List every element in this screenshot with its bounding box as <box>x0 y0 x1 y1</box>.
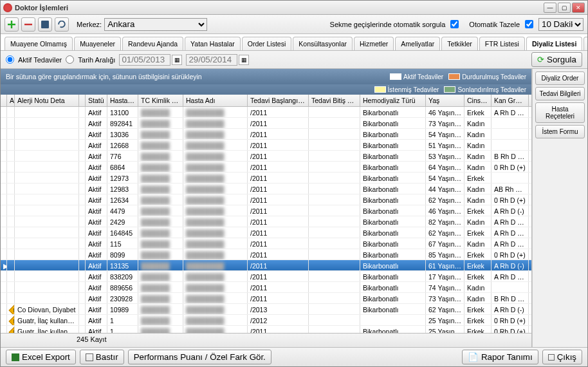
tab-yatan-hastalar[interactable]: Yatan Hastalar <box>185 37 241 50</box>
tedavi-bilgileri-button[interactable]: Tedavi Bilgileri <box>535 87 585 100</box>
tab-order-listesi[interactable]: Order Listesi <box>242 37 292 50</box>
cell: /2011 <box>248 162 309 172</box>
date-from-input[interactable] <box>119 54 170 66</box>
cell <box>7 216 15 227</box>
performans-button[interactable]: Performans Puanı / Özel Fark Gör. <box>128 350 271 364</box>
tab-diyaliz-listesi[interactable]: Diyaliz Listesi <box>526 37 582 51</box>
cell: ████████ <box>183 216 248 227</box>
table-row[interactable]: Aktif8099██████████████/2011Bikarbonatlı… <box>1 249 531 260</box>
col-header[interactable]: TC Kimlik No <box>138 95 183 106</box>
date-to-input[interactable] <box>186 54 237 66</box>
table-row[interactable]: Guatr, İlaç kullanımı,Aktif1████████████… <box>1 326 531 333</box>
cell: /2012 <box>248 315 309 325</box>
group-panel[interactable]: Bir sütuna göre gruplandırmak için, sütu… <box>1 69 531 84</box>
table-row[interactable]: Aktif889656██████████████/2011Bikarbonat… <box>1 282 531 293</box>
save-button[interactable] <box>38 17 52 32</box>
excel-export-button[interactable]: Excel Export <box>6 350 76 364</box>
minimize-button[interactable]: — <box>544 3 556 13</box>
refresh-interval-select[interactable]: 10 Dakika <box>538 18 583 31</box>
tab-ftr-listesi[interactable]: FTR Listesi <box>479 37 525 50</box>
table-row[interactable]: Aktif12983██████████████/2011Bikarbonatl… <box>1 184 531 194</box>
col-header[interactable]: Statü <box>86 95 107 106</box>
maximize-button[interactable]: ▢ <box>558 3 571 13</box>
col-header[interactable]: Alerji Notu Deta <box>15 95 79 106</box>
cell: 1 <box>107 315 138 325</box>
table-row[interactable]: Aktif12634██████████████/2011Bikarbonatl… <box>1 194 531 205</box>
tab-hizmetler[interactable]: Hizmetler <box>354 37 394 50</box>
cell: Aktif <box>86 293 107 303</box>
table-row[interactable]: Aktif13100██████████████/2011Bikarbonatl… <box>1 107 531 118</box>
table-row[interactable]: Aktif2429██████████████/2011Bikarbonatlı… <box>1 216 531 227</box>
tab-randevu-ajanda[interactable]: Randevu Ajanda <box>122 37 183 50</box>
remove-button[interactable] <box>21 17 35 32</box>
cikis-button[interactable]: Çıkış <box>542 350 582 364</box>
calendar-icon[interactable]: ▦ <box>239 55 249 65</box>
calendar-icon[interactable]: ▦ <box>172 55 182 65</box>
table-row[interactable]: Guatr, İlaç kullanımı,Aktif1████████████… <box>1 315 531 326</box>
col-header[interactable]: Hasta No <box>107 95 138 106</box>
excel-icon <box>12 353 19 361</box>
table-row[interactable]: Aktif12973██████████████/2011Bikarbonatl… <box>1 173 531 184</box>
cell: Bikarbonatlı <box>360 184 426 194</box>
col-header[interactable]: A <box>7 95 15 106</box>
cell <box>309 260 360 270</box>
sorgula-button[interactable]: ⟳Sorgula <box>531 52 582 67</box>
cell: ████████ <box>183 129 248 139</box>
cell: Kadın <box>464 151 492 161</box>
tab-tetkikler[interactable]: Tetkikler <box>441 37 478 50</box>
rapor-tanimi-button[interactable]: 📄Rapor Tanımı <box>462 350 538 364</box>
col-header[interactable]: Kan Grubu <box>492 95 529 106</box>
table-row[interactable]: ▶Aktif13135██████████████/2011Bikarbonat… <box>1 260 531 271</box>
col-header[interactable]: Tedavi Başlangıç Tarihi <box>248 95 309 106</box>
cell: Erkek <box>464 249 492 259</box>
table-row[interactable]: Aktif838209██████████████/2011Bikarbonat… <box>1 271 531 282</box>
col-header[interactable]: Hasta Adı <box>183 95 248 106</box>
diyaliz-order-button[interactable]: Diyaliz Order <box>535 71 585 85</box>
table-row[interactable]: Co Diovan, DiyabetAktif10989████████████… <box>1 304 531 315</box>
col-header[interactable] <box>1 95 7 106</box>
table-row[interactable]: Aktif12668██████████████/2011Bikarbonatl… <box>1 140 531 151</box>
refresh-button[interactable] <box>55 17 69 32</box>
col-header[interactable]: Cinsiyet <box>464 95 492 106</box>
table-row[interactable]: Aktif115██████████████/2011Bikarbonatlı6… <box>1 238 531 249</box>
cell <box>309 118 360 128</box>
cell: Kadın <box>464 140 492 150</box>
tab-başvuru-muayene-özetleri[interactable]: Başvuru Muayene Özetleri <box>583 37 587 50</box>
cell: B Rh D (+) <box>492 293 529 303</box>
cell: 74 Yaşında <box>426 282 464 292</box>
istem-formu-button[interactable]: İstem Formu <box>535 125 585 138</box>
auto-query-checkbox[interactable] <box>450 20 459 28</box>
tab-ameliyatlar[interactable]: Ameliyatlar <box>395 37 440 50</box>
table-row[interactable]: Aktif164845██████████████/2011Bikarbonat… <box>1 227 531 238</box>
table-row[interactable]: Aktif230928██████████████/2011Bikarbonat… <box>1 293 531 304</box>
col-header[interactable] <box>79 95 86 106</box>
col-header[interactable]: Yaş <box>426 95 464 106</box>
table-row[interactable]: Aktif13036██████████████/2011Bikarbonatl… <box>1 129 531 140</box>
cell: /2011 <box>248 260 309 270</box>
aktif-tedaviler-radio[interactable] <box>6 55 14 64</box>
tab-konsültasyonlar[interactable]: Konsültasyonlar <box>293 37 353 50</box>
add-button[interactable] <box>5 17 19 32</box>
cell: /2011 <box>248 173 309 183</box>
table-row[interactable]: Aktif892841██████████████/2011Bikarbonat… <box>1 118 531 129</box>
cell <box>309 249 360 259</box>
performans-label: Performans Puanı / Özel Fark Gör. <box>134 352 266 362</box>
table-row[interactable]: Aktif6864██████████████/2011Bikarbonatlı… <box>1 162 531 173</box>
tab-muayeneler[interactable]: Muayeneler <box>74 37 121 50</box>
col-header[interactable]: Tedavi Bitiş Tarihi <box>309 95 360 106</box>
bastir-button[interactable]: Bastır <box>80 350 124 364</box>
col-header[interactable]: Hemodiyaliz Türü <box>360 95 426 106</box>
table-row[interactable]: Aktif4479██████████████/2011Bikarbonatlı… <box>1 205 531 216</box>
table-row[interactable]: Aktif776██████████████/2011Bikarbonatlı5… <box>1 151 531 162</box>
cell: Aktif <box>86 315 107 325</box>
cell: ▶ <box>1 260 7 270</box>
tab-muayene-olmamış[interactable]: Muayene Olmamış <box>5 37 73 50</box>
auto-refresh-checkbox[interactable] <box>525 20 533 28</box>
hasta-receteleri-button[interactable]: Hasta Reçeteleri <box>535 102 585 123</box>
close-button[interactable]: ✕ <box>572 3 585 13</box>
svg-rect-3 <box>41 21 49 28</box>
cell <box>1 315 7 325</box>
merkez-select[interactable]: Ankara <box>104 18 207 31</box>
tarih-araligi-radio[interactable] <box>66 55 74 64</box>
grid-body[interactable]: Aktif13100██████████████/2011Bikarbonatl… <box>1 107 531 333</box>
